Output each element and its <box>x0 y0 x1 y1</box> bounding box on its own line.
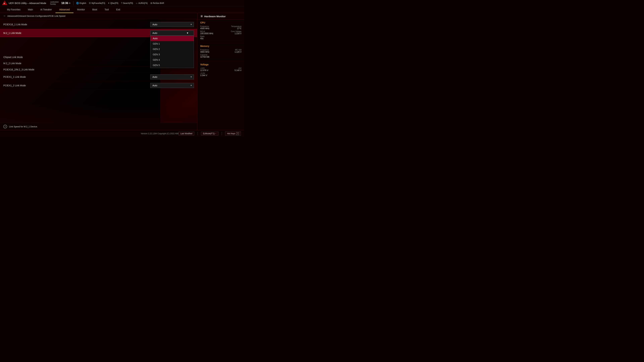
nav-item-ai-tweaker[interactable]: Ai Tweaker <box>36 6 56 13</box>
hw-cpu-ratio-row: Ratio 45x <box>200 35 242 40</box>
hw-core-voltage-label: Core Voltage <box>231 30 242 32</box>
setting-label-pciex1-2: PCIEX1_2 Link Mode <box>3 84 26 87</box>
globe-icon: 🌐 <box>76 2 79 4</box>
hw-monitor-header: 🖥 Hardware Monitor <box>198 13 244 19</box>
aura-icon: ☼ <box>136 2 138 4</box>
dropdown-option-auto[interactable]: Auto <box>150 36 194 41</box>
resizebar-btn[interactable]: ⊞ ReSize BAR <box>150 2 164 4</box>
hw-mem-freq-row: Frequency 4800 MHz MC Volt 1.120 V <box>200 49 242 53</box>
nav-item-advanced[interactable]: Advanced <box>56 6 73 13</box>
hw-capacity-value: 32768 MB <box>200 56 210 58</box>
setting-label-pciex16-2: PCIEX16_2/M.2_3 Link Mode <box>3 68 34 71</box>
nav-label-my-favorites: My Favorites <box>7 8 20 11</box>
hw-ratio-label: Ratio <box>200 35 204 37</box>
gear-icon: ⚙ <box>69 2 70 4</box>
dropdown-select-pciex1-2[interactable]: Auto GEN 1 GEN 2 GEN 3 GEN 4 GEN 5 <box>150 83 194 88</box>
svg-text:R: R <box>4 3 5 4</box>
last-modified-btn[interactable]: Last Modified <box>178 132 194 135</box>
dropdown-option-gen1[interactable]: GEN 1 <box>150 41 194 46</box>
nav-label-tool: Tool <box>104 8 109 11</box>
hw-v33-row: +3.3V 3.344 V <box>200 72 242 77</box>
setting-label-pciex16-1: PCIEX16_1 Link Mode <box>3 23 27 26</box>
ezmode-btn[interactable]: EzMode(F7)|→ <box>201 132 218 135</box>
dropdown-option-gen2[interactable]: GEN 2 <box>150 46 194 52</box>
hw-cpu-freq-label: Frequency <box>200 25 210 27</box>
hw-cpu-temp-label: Temperature <box>231 25 242 27</box>
nav-item-monitor[interactable]: Monitor <box>74 6 89 13</box>
time-area: 18:36 ⚙ <box>61 2 70 5</box>
hw-cpu-freq-row: Frequency 4500 MHz Temperature 17°C <box>200 25 242 30</box>
nav-label-advanced: Advanced <box>59 8 70 11</box>
myfavorite-btn[interactable]: ☰ MyFavorite(F3) <box>89 2 105 4</box>
hw-v12-row: +12V 12.076 V +5V 5.140 V <box>200 67 242 71</box>
monitor-icon: 🖥 <box>200 15 203 18</box>
hw-v5-value: 5.140 V <box>234 69 242 71</box>
qfan-btn[interactable]: ✦ Qfan(F6) <box>108 2 118 4</box>
nav-item-boot[interactable]: Boot <box>88 6 101 13</box>
main-panel: ← Advanced\Onboard Devices Configuration… <box>0 13 197 130</box>
dropdown-pciex1-1[interactable]: Auto GEN 1 GEN 2 GEN 3 GEN 4 GEN 5 ▼ <box>150 74 194 79</box>
dropdown-option-gen4[interactable]: GEN 4 <box>150 57 194 62</box>
setting-row-pciex1-2: PCIEX1_2 Link Mode Auto GEN 1 GEN 2 GEN … <box>3 81 194 90</box>
breadcrumb-back-btn[interactable]: ← <box>3 14 6 17</box>
top-bar-actions: 🌐 English ☰ MyFavorite(F3) ✦ Qfan(F6) ? … <box>76 2 242 4</box>
hotkeys-btn[interactable]: Hot Keys ? <box>225 132 241 136</box>
search-btn[interactable]: ? Search(F9) <box>121 2 133 4</box>
hotkeys-label: Hot Keys <box>227 132 235 135</box>
resizebar-label: ReSize BAR <box>153 2 164 4</box>
language-btn[interactable]: 🌐 English <box>76 2 86 4</box>
hw-v33-label: +3.3V <box>200 72 207 74</box>
hw-bclk-label: BCLK <box>200 30 213 32</box>
dropdown-m2-1-container[interactable]: Auto ▼ Auto GEN 1 GEN 2 GEN 3 GEN 4 GEN … <box>150 30 194 35</box>
datetime-area: 12/25/2022 Sunday <box>50 1 58 5</box>
language-label: English <box>80 2 86 4</box>
hw-cpu-title: CPU <box>200 21 242 24</box>
ezmode-label: EzMode(F7)|→ <box>203 132 216 135</box>
nav-label-ai-tweaker: Ai Tweaker <box>40 8 52 11</box>
footer-right: Last Modified EzMode(F7)|→ Hot Keys ? <box>178 132 241 136</box>
myfavorite-label: MyFavorite(F3) <box>92 2 105 4</box>
hw-mem-freq-value: 4800 MHz <box>200 51 210 53</box>
dropdown-pciex1-2[interactable]: Auto GEN 1 GEN 2 GEN 3 GEN 4 GEN 5 ▼ <box>150 83 194 88</box>
hw-v5-label: +5V <box>234 67 242 69</box>
info-bar: i Link Speed for M.2_1 Device. <box>0 123 197 130</box>
nav-item-exit[interactable]: Exit <box>112 6 124 13</box>
breadcrumb-bar: ← Advanced\Onboard Devices Configuration… <box>0 13 197 19</box>
dropdown-pciex16-1[interactable]: Auto GEN 1 GEN 2 GEN 3 GEN 4 GEN 5 ▼ <box>150 22 194 27</box>
day-display: Sunday <box>50 3 56 5</box>
setting-label-m2-2: M.2_2 Link Mode <box>3 62 21 65</box>
logo-area: R UEFI BIOS Utility – Advanced Mode <box>2 0 46 6</box>
dropdown-select-pciex1-1[interactable]: Auto GEN 1 GEN 2 GEN 3 GEN 4 GEN 5 <box>150 74 194 79</box>
aura-label: AURA(F4) <box>138 2 148 4</box>
last-modified-label: Last Modified <box>180 132 192 135</box>
search-label: Search(F9) <box>123 2 133 4</box>
hw-voltage-title: Voltage <box>200 63 242 66</box>
dropdown-option-gen3[interactable]: GEN 3 <box>150 52 194 57</box>
hw-mem-divider <box>200 59 242 59</box>
hw-memory-title: Memory <box>200 45 242 47</box>
hw-ratio-value: 45x <box>200 37 204 40</box>
setting-row-m2-1: M.2_1 Link Mode Auto ▼ Auto GEN 1 GEN 2 … <box>0 29 197 37</box>
info-icon: i <box>3 125 7 128</box>
hotkeys-icon: ? <box>236 132 239 135</box>
resize-icon: ⊞ <box>150 2 152 4</box>
aura-btn[interactable]: ☼ AURA(F4) <box>136 2 148 4</box>
nav-item-tool[interactable]: Tool <box>101 6 112 13</box>
info-text: Link Speed for M.2_1 Device. <box>9 125 38 128</box>
footer: Version 2.22.1284 Copyright (C) 2022 AMI… <box>0 130 244 137</box>
nav-item-my-favorites[interactable]: My Favorites <box>3 6 24 13</box>
app-title: UEFI BIOS Utility – Advanced Mode <box>9 2 46 4</box>
nav-item-main[interactable]: Main <box>24 6 36 13</box>
qfan-label: Qfan(F6) <box>110 2 118 4</box>
hw-mem-freq-label: Frequency <box>200 49 210 51</box>
favorites-icon: ☰ <box>89 2 91 4</box>
setting-label-m2-1: M.2_1 Link Mode <box>3 32 21 34</box>
dropdown-option-gen5[interactable]: GEN 5 <box>150 62 194 68</box>
dropdown-select-pciex16-1[interactable]: Auto GEN 1 GEN 2 GEN 3 GEN 4 GEN 5 <box>150 22 194 27</box>
hw-cpu-freq-value: 4500 MHz <box>200 27 210 30</box>
setting-row-pciex1-1: PCIEX1_1 Link Mode Auto GEN 1 GEN 2 GEN … <box>3 73 194 81</box>
setting-label-pciex1-1: PCIEX1_1 Link Mode <box>3 76 26 78</box>
dropdown-m2-1-current[interactable]: Auto ▼ <box>150 30 194 35</box>
divider-1 <box>73 1 74 5</box>
dropdown-m2-1-list: Auto GEN 1 GEN 2 GEN 3 GEN 4 GEN 5 <box>150 35 194 68</box>
